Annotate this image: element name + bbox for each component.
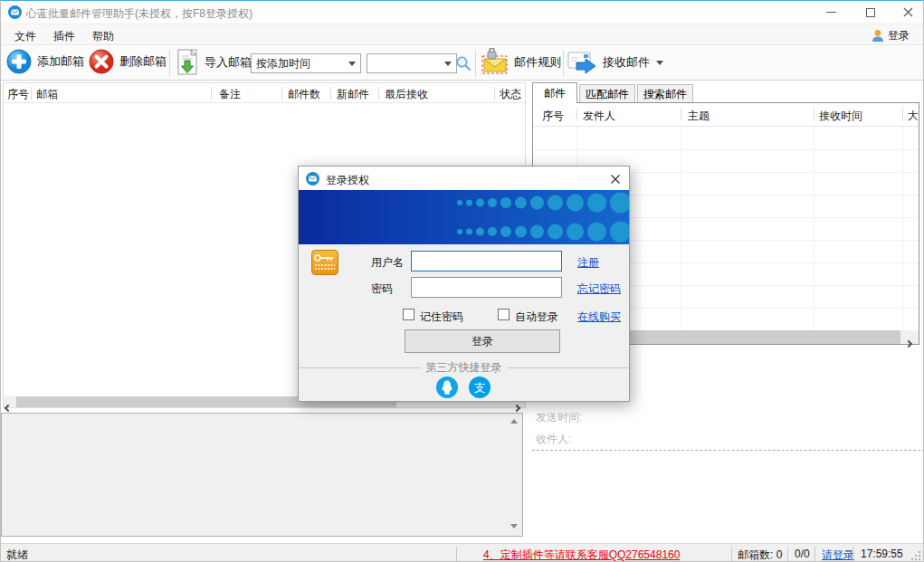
password-input[interactable] [411, 277, 562, 298]
scroll-down-arrow[interactable] [510, 524, 518, 529]
dialog-banner [299, 190, 629, 244]
col-note[interactable]: 备注 [219, 87, 241, 102]
app-window: 心蓝批量邮件管理助手(未授权，按F8登录授权) 文件 插件 帮助 登录 [0, 0, 924, 562]
receive-mail-icon [567, 50, 598, 75]
username-input[interactable] [411, 251, 562, 271]
search-button[interactable] [452, 52, 474, 74]
scroll-up-arrow[interactable] [510, 419, 518, 424]
chevron-down-icon [348, 62, 356, 66]
col-status[interactable]: 状态 [500, 87, 521, 102]
login-dialog: 登录授权 用户名 [298, 166, 630, 402]
mailbox-table-header: 序号 邮箱 备注 邮件数 新邮件 最后接收 状态 [4, 83, 525, 103]
register-link[interactable]: 注册 [577, 255, 599, 271]
add-mailbox-button[interactable]: 添加邮箱 [6, 49, 84, 74]
col-index[interactable]: 序号 [542, 109, 564, 124]
dialog-title: 登录授权 [326, 173, 369, 188]
app-logo-icon [306, 172, 319, 186]
menu-item-file[interactable]: 文件 [14, 29, 36, 44]
tab-search-mail-label[interactable]: 搜索邮件 [638, 85, 692, 103]
third-party-divider: 第三方快捷登录 [299, 360, 629, 375]
sort-order-value: 按添加时间 [256, 56, 310, 71]
close-icon [610, 174, 621, 185]
password-label: 密码 [371, 281, 393, 297]
dialog-close-button[interactable] [605, 170, 626, 187]
delete-mailbox-button[interactable]: 删除邮箱 [89, 49, 167, 74]
menu-item-plugins[interactable]: 插件 [53, 29, 75, 44]
toolbar: 添加邮箱 删除邮箱 导入邮箱 按添加时间 [1, 46, 924, 81]
add-mailbox-label: 添加邮箱 [37, 53, 84, 70]
alipay-icon: 支 [469, 376, 491, 398]
mail-rules-label: 邮件规则 [514, 54, 561, 71]
import-mailbox-button[interactable]: 导入邮箱 [175, 49, 252, 76]
receive-mail-button[interactable]: 接收邮件 [567, 50, 663, 75]
col-size[interactable]: 大 [908, 109, 919, 124]
col-index[interactable]: 序号 [7, 87, 29, 102]
col-subject[interactable]: 主题 [688, 109, 710, 124]
log-panel-vscrollbar[interactable] [507, 414, 521, 535]
status-time: 17:59:55 [861, 548, 903, 560]
column-separator [211, 87, 212, 100]
toolbar-separator [475, 50, 476, 77]
username-label: 用户名 [371, 255, 404, 271]
status-login-link[interactable]: 请登录 [822, 548, 854, 562]
qq-icon [436, 376, 458, 398]
chevron-down-icon [656, 61, 663, 65]
tab-matched-mail: 匹配邮件 [579, 84, 635, 103]
mail-ratio: 0/0 [795, 548, 810, 560]
delete-mailbox-label: 删除邮箱 [119, 53, 167, 70]
divider-line [299, 367, 421, 368]
send-time-label: 发送时间: [536, 410, 582, 425]
col-mail-count[interactable]: 邮件数 [288, 87, 320, 102]
close-icon [903, 7, 913, 17]
remember-password-label: 记住密码 [420, 310, 463, 325]
filter-combobox[interactable] [367, 53, 457, 73]
login-submit-button[interactable]: 登录 [405, 329, 560, 353]
column-separator [681, 108, 681, 121]
window-title: 心蓝批量邮件管理助手(未授权，按F8登录授权) [26, 6, 252, 22]
third-party-label: 第三方快捷登录 [421, 360, 508, 376]
sort-order-select[interactable]: 按添加时间 [251, 53, 361, 73]
column-separator [814, 108, 814, 121]
status-separator [853, 547, 853, 561]
col-mailbox[interactable]: 邮箱 [36, 87, 58, 102]
minimize-icon [826, 12, 836, 13]
forgot-password-link[interactable]: 忘记密码 [577, 281, 621, 297]
resize-grip[interactable] [910, 550, 921, 561]
column-separator [378, 87, 379, 100]
mail-list-header: 序号 发件人 主题 接收时间 大 [533, 103, 919, 127]
alipay-login-button[interactable]: 支 [469, 376, 491, 398]
tab-matched-mail-label[interactable]: 匹配邮件 [580, 85, 634, 103]
license-key-icon [311, 250, 338, 275]
log-panel[interactable] [1, 413, 523, 537]
toolbar-separator [563, 50, 564, 77]
qq-login-button[interactable] [436, 376, 458, 398]
status-ready: 就绪 [6, 548, 28, 562]
remember-password-checkbox[interactable] [403, 309, 414, 320]
minimize-button[interactable] [811, 1, 851, 24]
mail-rules-button[interactable]: 邮件规则 [480, 48, 561, 77]
menu-item-help[interactable]: 帮助 [92, 29, 114, 44]
menu-bar: 文件 插件 帮助 登录 [1, 24, 924, 45]
user-icon [872, 29, 884, 43]
col-sender[interactable]: 发件人 [583, 109, 615, 124]
col-new-mail[interactable]: 新邮件 [337, 87, 369, 102]
mailbox-count: 邮箱数: 0 [738, 548, 782, 562]
col-last-received[interactable]: 最后接收 [385, 87, 428, 102]
recipient-label: 收件人: [536, 432, 571, 447]
menu-login-button[interactable]: 登录 [872, 26, 919, 44]
buy-online-link[interactable]: 在线购买 [577, 310, 621, 325]
app-logo-icon [8, 5, 22, 19]
menu-login-label: 登录 [888, 28, 910, 43]
tab-search-mail: 搜索邮件 [637, 84, 693, 103]
auto-login-checkbox[interactable] [498, 309, 510, 320]
close-button[interactable] [891, 1, 924, 24]
status-separator [456, 547, 457, 561]
divider-line [508, 367, 630, 368]
status-bar: 就绪 4、定制插件等请联系客服QQ276548160 邮箱数: 0 0/0 请登… [1, 543, 924, 562]
mail-rules-icon [480, 48, 510, 77]
maximize-button[interactable] [851, 1, 891, 24]
tab-mail-label[interactable]: 邮件 [533, 83, 576, 103]
promo-link[interactable]: 4、定制插件等请联系客服QQ276548160 [483, 548, 680, 562]
column-separator [330, 87, 331, 100]
col-received-time[interactable]: 接收时间 [819, 109, 862, 124]
